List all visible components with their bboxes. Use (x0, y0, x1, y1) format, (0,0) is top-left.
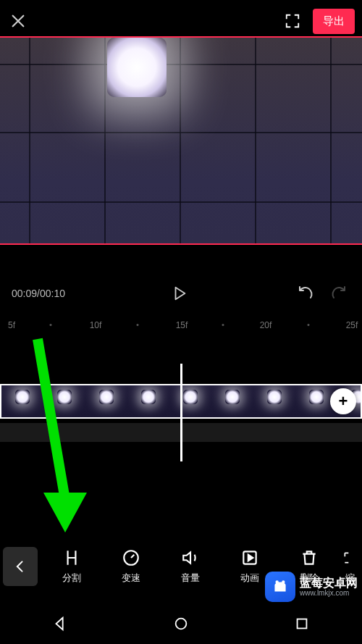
svg-rect-5 (297, 619, 306, 629)
watermark-title: 蓝莓安卓网 (300, 577, 358, 590)
clip-thumbnail (85, 385, 127, 417)
animation-icon (240, 548, 259, 567)
scale-icon (340, 548, 359, 567)
watermark-logo (265, 572, 295, 602)
tool-split[interactable]: 分割 (42, 548, 101, 585)
playhead[interactable] (180, 364, 182, 461)
preview-content (0, 38, 362, 243)
fullscreen-icon[interactable] (282, 11, 303, 31)
close-icon[interactable] (7, 10, 29, 32)
watermark: 蓝莓安卓网 www.lmkjx.com (265, 572, 358, 602)
ruler-mark: 5f (8, 320, 15, 330)
ruler-mark: 15f (176, 320, 188, 330)
nav-home-button[interactable] (167, 609, 195, 638)
time-display: 00:09/00:10 (12, 288, 65, 299)
timeline-ruler[interactable]: 5f 10f 15f 20f 25f (0, 317, 362, 333)
delete-icon (300, 548, 319, 567)
video-preview[interactable] (0, 36, 362, 245)
clip-thumbnail (253, 385, 295, 417)
watermark-url: www.lmkjx.com (300, 589, 358, 597)
add-clip-button[interactable]: + (330, 388, 356, 414)
svg-marker-1 (43, 493, 87, 532)
export-button[interactable]: 导出 (313, 9, 355, 34)
redo-button (329, 283, 350, 304)
tool-speed[interactable]: 变速 (101, 548, 161, 585)
ruler-mark: 25f (346, 320, 358, 330)
volume-icon (181, 548, 200, 567)
nav-recents-button[interactable] (287, 609, 316, 638)
toolbar-back-button[interactable] (3, 547, 38, 586)
play-button[interactable] (169, 283, 190, 304)
tool-label: 分割 (62, 572, 81, 585)
tool-label: 动画 (240, 572, 259, 585)
clip-thumbnail (169, 385, 211, 417)
clip-thumbnail (1, 385, 43, 417)
ruler-mark: 10f (90, 320, 102, 330)
clip-thumbnail (43, 385, 85, 417)
undo-button[interactable] (294, 283, 316, 304)
tool-label: 变速 (122, 572, 140, 585)
speed-icon (122, 548, 140, 567)
nav-back-button[interactable] (46, 609, 75, 638)
ruler-mark: 20f (260, 320, 272, 330)
split-icon (62, 548, 81, 567)
tool-volume[interactable]: 音量 (161, 548, 220, 585)
svg-point-4 (176, 619, 187, 630)
tool-label: 音量 (181, 572, 200, 585)
android-navigation-bar (0, 603, 362, 644)
clip-thumbnail (211, 385, 253, 417)
clip-thumbnail (127, 385, 169, 417)
